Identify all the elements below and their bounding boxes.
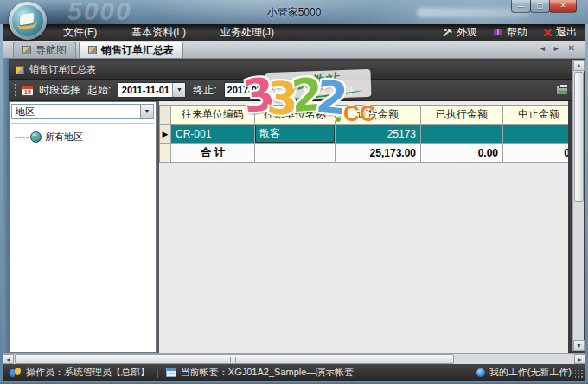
start-date-label: 起始: <box>87 83 111 98</box>
resize-grip[interactable] <box>575 370 584 379</box>
end-date-value: 2017-05-03 <box>225 85 278 95</box>
summary-grid: 往来单位编码 往来单位名称 订货金额 已执行金额 中止金额 ▶ CR-001 散… <box>159 105 568 163</box>
title-bar: 5000 小管家5000 — ▢ ✕ <box>0 0 588 24</box>
scroll-down-arrow[interactable]: ▼ <box>573 340 585 351</box>
toolbar-grip[interactable] <box>14 83 16 97</box>
menu-base-data[interactable]: 基本资料(L) <box>119 24 198 41</box>
scroll-right-arrow[interactable]: ► <box>574 354 585 364</box>
status-bar: 操作员：系统管理员【总部】 | 当前帐套：XGJ01A2_Sample—演示帐套… <box>3 364 585 381</box>
end-date-combo[interactable]: 2017-05-03 ▼ <box>224 82 292 98</box>
app-logo-icon[interactable] <box>9 2 48 40</box>
horizontal-scroll-thumb[interactable] <box>15 354 454 364</box>
tab-icon <box>88 46 97 54</box>
report-panel-header: 销售订单汇总表 <box>9 61 584 80</box>
total-executed-amount: 0.00 <box>421 144 503 163</box>
col-header-name[interactable]: 往来单位名称 <box>255 106 336 125</box>
total-order-amount: 25,173.00 <box>336 144 421 163</box>
exit-button[interactable]: 退出 <box>543 25 577 40</box>
account-text: 当前帐套：XGJ01A2_Sample—演示帐套 <box>181 366 355 379</box>
start-date-value: 2011-11-01 <box>118 85 172 95</box>
close-button[interactable]: ✕ <box>549 0 577 13</box>
minimize-button[interactable]: — <box>511 0 531 13</box>
chevron-down-icon[interactable]: ▼ <box>140 105 153 118</box>
my-work-text: 我的工作(无新工作) <box>489 366 572 379</box>
col-header-executed-amount[interactable]: 已执行金额 <box>421 106 503 125</box>
cell-name-focused[interactable]: 散客 <box>255 125 336 144</box>
help-button[interactable]: 帮助 <box>493 25 527 40</box>
region-filter-combo[interactable]: 地区 ▼ <box>11 104 154 119</box>
account-status: 当前帐套：XGJ01A2_Sample—演示帐套 <box>166 366 355 379</box>
total-row: 合 计 25,173.00 0.00 0 <box>160 144 568 163</box>
tab-label: 导航图 <box>35 43 67 58</box>
menu-file[interactable]: 文件(F) <box>51 24 109 41</box>
tab-strip: 导航图 销售订单汇总表 ◂ ▸ ✕ <box>3 41 585 59</box>
cell-executed-amount[interactable] <box>421 125 503 144</box>
my-work-status[interactable]: 我的工作(无新工作) <box>476 366 572 379</box>
row-indicator: ▶ <box>160 125 171 144</box>
extract-button[interactable]: 提取(O) <box>303 83 353 98</box>
status-separator: | <box>157 368 159 378</box>
chevron-down-icon[interactable]: ▼ <box>172 83 185 97</box>
extract-label: 提取(O) <box>317 83 353 98</box>
window-border-bottom <box>0 381 588 384</box>
region-filter-value: 地区 <box>12 106 140 118</box>
tab-sales-order-summary[interactable]: 销售订单汇总表 <box>79 42 183 58</box>
menu-bar: 文件(F) 基本资料(L) 业务处理(J) 外观 帮助 退出 <box>3 24 585 41</box>
extract-icon <box>302 85 314 96</box>
tree-node-all-regions[interactable]: 所有地区 <box>15 131 154 144</box>
report-table-panel: 往来单位编码 往来单位名称 订货金额 已执行金额 中止金额 ▶ CR-001 散… <box>159 101 568 353</box>
grid-header-row: 往来单位编码 往来单位名称 订货金额 已执行金额 中止金额 <box>160 106 568 125</box>
scroll-up-arrow[interactable]: ▲ <box>573 60 585 71</box>
help-icon <box>493 28 503 38</box>
cell-stopped-amount[interactable] <box>503 125 568 144</box>
col-header-code[interactable]: 往来单位编码 <box>171 106 255 125</box>
end-date-label: 终止: <box>193 83 216 98</box>
help-label: 帮助 <box>507 25 527 40</box>
report-icon <box>16 66 24 74</box>
region-sidebar: 地区 ▼ 所有地区 <box>9 101 157 353</box>
calendar-icon <box>22 85 34 96</box>
operator-text: 操作员：系统管理员【总部】 <box>26 366 150 379</box>
vertical-scroll-thumb[interactable] <box>574 72 584 202</box>
application-window: 5000 小管家5000 — ▢ ✕ 文件(F) 基本资料(L) 业务处理(J)… <box>0 0 588 384</box>
scroll-thumb-grip <box>230 357 238 362</box>
menu-business[interactable]: 业务处理(J) <box>208 24 286 41</box>
table-row[interactable]: ▶ CR-001 散客 25173 <box>160 125 568 144</box>
scroll-left-arrow[interactable]: ◄ <box>3 354 14 364</box>
cell-code[interactable]: CR-001 <box>171 125 255 144</box>
globe-icon <box>30 131 42 143</box>
tab-scroll-close-controls[interactable]: ◂ ▸ ✕ <box>540 43 578 53</box>
tree-connector <box>15 137 29 138</box>
row-indicator <box>160 144 171 163</box>
total-name-empty <box>255 144 336 163</box>
region-tree: 所有地区 <box>11 123 154 350</box>
my-work-icon <box>476 368 485 377</box>
col-header-stopped-amount[interactable]: 中止金额 <box>503 106 568 125</box>
caption-buttons: — ▢ ✕ <box>512 0 577 13</box>
total-stopped-amount: 0 <box>503 144 568 163</box>
report-title: 销售订单汇总表 <box>29 63 96 76</box>
tree-node-label: 所有地区 <box>45 131 83 144</box>
total-label: 合 计 <box>171 144 255 163</box>
maximize-button[interactable]: ▢ <box>530 0 550 13</box>
appearance-button[interactable]: 外观 <box>443 25 477 40</box>
vertical-scrollbar[interactable]: ▲ ▼ <box>572 60 584 351</box>
col-header-order-amount[interactable]: 订货金额 <box>336 106 421 125</box>
tab-navigation-map[interactable]: 导航图 <box>13 42 76 58</box>
appearance-icon <box>443 28 453 38</box>
appearance-label: 外观 <box>457 25 477 40</box>
chevron-down-icon[interactable]: ▼ <box>278 83 291 97</box>
operator-status: 操作员：系统管理员【总部】 <box>10 366 150 379</box>
operator-icon <box>10 368 22 378</box>
tab-icon <box>22 46 31 54</box>
start-date-combo[interactable]: 2011-11-01 ▼ <box>118 82 186 98</box>
content-area: 销售订单汇总表 时段选择 起始: 2011-11-01 ▼ 终止: 2017-0… <box>3 59 585 353</box>
cell-order-amount[interactable]: 25173 <box>336 125 421 144</box>
printer-icon <box>556 86 568 95</box>
exit-label: 退出 <box>556 25 577 40</box>
exit-icon <box>543 28 553 37</box>
tab-label: 销售订单汇总表 <box>101 43 174 58</box>
horizontal-scrollbar[interactable]: ◄ ► <box>3 353 585 364</box>
report-toolbar: 时段选择 起始: 2011-11-01 ▼ 终止: 2017-05-03 ▼ 提… <box>9 80 584 101</box>
row-indicator-header <box>160 106 171 125</box>
